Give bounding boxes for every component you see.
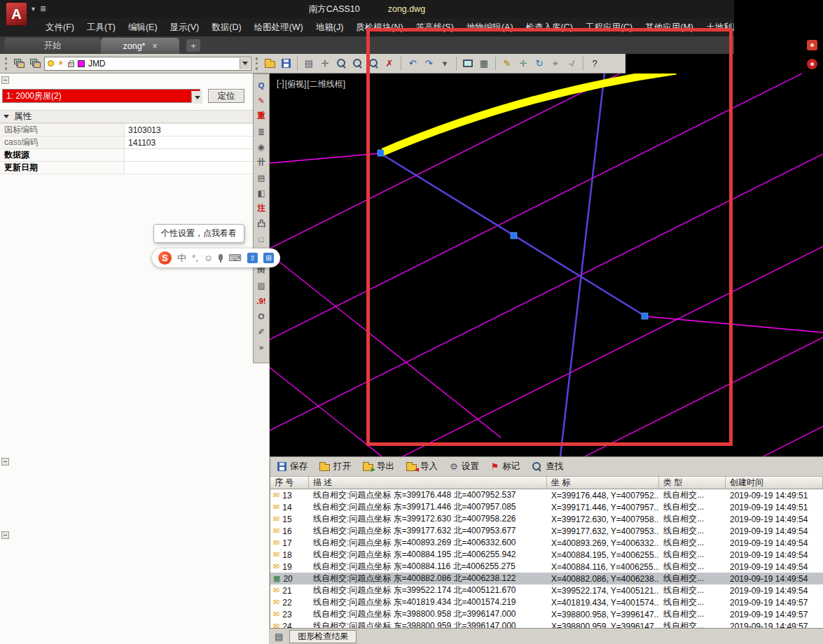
new-tab-button[interactable]: + [186,39,200,52]
side-tool-icon[interactable]: ✐ [254,324,268,339]
side-tool-icon[interactable]: ≣ [254,124,268,139]
keyboard-icon[interactable]: ⌨ [228,253,242,262]
column-header[interactable]: 坐 标 [547,477,659,489]
side-tool-icon[interactable]: ◉ [254,139,268,154]
rotate-icon[interactable]: ↻ [532,57,546,71]
menu-item[interactable]: 显示(V) [164,19,206,36]
chinese-mode-icon[interactable]: 中 [177,253,186,262]
attribute-value[interactable]: 141103 [125,136,253,148]
side-tool-icon[interactable]: 重 [254,108,268,123]
attribute-value[interactable] [125,149,253,161]
menu-item[interactable]: 地物编辑(A) [460,19,520,36]
redo-caret-icon[interactable]: ▾ [438,57,452,71]
side-tool-icon[interactable]: 凸 [254,216,268,231]
pencil-icon[interactable]: ✎ [500,57,514,71]
attribute-value[interactable] [125,162,253,174]
result-row[interactable]: ✉14线自相交:问题点坐标 东=399171.446 北=4007957.085… [270,501,823,513]
feature-combobox[interactable]: 1: 2000房屋(2) [2,89,200,103]
menu-item[interactable]: 质检模块(N) [350,19,409,36]
side-tool-icon[interactable]: ◧ [254,186,268,200]
pan-icon[interactable]: ✛ [318,57,332,71]
feature-combo-arrow[interactable] [191,91,202,104]
menu-item[interactable]: 其他应用(M) [639,19,700,36]
menu-item[interactable]: 编辑(E) [122,19,164,36]
result-row[interactable]: ✉21线自相交:问题点坐标 东=399522.174 北=4005121.670… [270,584,823,596]
panel-collapse-button[interactable] [1,76,9,84]
results-status-tab[interactable]: 图形检查结果 [289,630,357,643]
tab-close-icon[interactable]: × [152,41,157,51]
side-tool-icon[interactable]: ▨ [254,278,268,293]
menu-item[interactable]: 工具(T) [81,19,122,36]
result-row[interactable]: ▦20线自相交:问题点坐标 东=400882.086 北=4006238.122… [270,573,823,584]
punctuation-icon[interactable]: °, [192,253,198,262]
open-button[interactable]: 打开 [319,461,351,472]
locate-button[interactable]: 定位 [208,89,244,103]
result-row[interactable]: ✉19线自相交:问题点坐标 东=400884.116 北=4006255.275… [270,561,823,573]
help-icon[interactable]: ? [588,57,602,71]
menu-item[interactable]: 等高线(S) [410,19,460,36]
column-header[interactable]: 类 型 [659,477,726,489]
panel-handle[interactable] [1,458,9,465]
attribute-value[interactable]: 3103013 [125,124,253,136]
emoji-icon[interactable]: ☺ [204,253,213,262]
layer-combo-arrow[interactable] [240,58,250,69]
export-button[interactable]: 导出 [363,461,394,472]
menu-item[interactable]: 检查入库(C) [520,19,579,36]
zoom-window-icon[interactable] [350,57,364,71]
drawing-area[interactable]: [-] [俯视] [二维线框] [270,74,823,456]
tab-zong[interactable]: zong* × [101,38,179,54]
result-row[interactable]: ✉16线自相交:问题点坐标 东=399177.632 北=4007953.677… [270,525,823,537]
side-tool-icon[interactable]: □ [254,232,268,246]
desktop-shortcut-icon[interactable] [807,59,817,69]
side-tool-icon[interactable]: ✎ [254,93,268,108]
result-row[interactable]: ✉18线自相交:问题点坐标 东=400884.195 北=4006255.942… [270,549,823,561]
microphone-icon[interactable] [219,254,223,260]
result-row[interactable]: ✉13线自相交:问题点坐标 东=399176.448 北=4007952.537… [270,489,823,501]
side-tool-icon[interactable]: 卄 [254,155,268,169]
viewport-controls[interactable]: [-] [277,78,284,90]
result-row[interactable]: ✉17线自相交:问题点坐标 东=400893.269 北=4006332.600… [270,537,823,549]
layer-manager-icon[interactable] [12,57,26,71]
side-tool-icon[interactable]: 注 [254,201,268,216]
mark-button[interactable]: ⚑ 标记 [491,461,520,472]
side-tool-icon[interactable]: » [254,340,268,354]
settings-button[interactable]: ⚙ 设置 [450,461,479,472]
menu-item[interactable]: 文件(F) [39,19,81,36]
app-logo[interactable]: A [6,2,27,26]
toolbar-grip[interactable] [5,57,8,70]
zoom-extents-icon[interactable] [366,57,380,71]
menu-item[interactable]: 绘图处理(W) [248,19,310,36]
side-tool-icon[interactable]: ▤ [254,170,268,185]
result-row[interactable]: ✉23线自相交:问题点坐标 东=398800.958 北=3996147.000… [270,608,823,620]
desktop-shortcut-icon[interactable] [807,40,817,50]
attributes-section-header[interactable]: 属性 [0,110,253,123]
move-icon[interactable]: ✛ [516,57,530,71]
import-button[interactable]: 导入 [406,461,438,472]
ime-skin-icon[interactable]: ⇧ [247,253,258,263]
tab-start[interactable]: 开始 [4,38,101,54]
undo-icon[interactable]: ↶ [406,57,420,71]
column-header[interactable]: 描 述 [309,477,547,489]
save-button[interactable]: 保存 [277,461,307,472]
column-header[interactable]: 序 号 [270,477,309,489]
viewport-view-name[interactable]: [俯视] [285,78,307,90]
plot-icon[interactable]: ▤ [302,57,316,71]
sheet-icon[interactable]: ▦ [477,57,491,71]
open-icon[interactable] [263,57,277,71]
list-icon[interactable]: ▤ [275,631,283,642]
menu-item[interactable]: 工程应用(C) [579,19,639,36]
slash-icon[interactable]: -/ [565,57,579,71]
side-tool-icon[interactable]: O [254,309,268,323]
zoom-realtime-icon[interactable] [334,57,348,71]
quick-access-icon[interactable]: ≣ [40,4,46,13]
menu-item[interactable]: 地籍(J) [310,19,350,36]
app-menu-caret-icon[interactable]: ▼ [30,6,36,13]
menu-item[interactable]: 数据(D) [205,19,247,36]
save-icon[interactable] [279,57,293,71]
column-header[interactable]: 创建时间 [726,477,823,489]
side-tool-icon[interactable]: Q [254,78,268,92]
result-row[interactable]: ✉22线自相交:问题点坐标 东=401819.434 北=4001574.219… [270,596,823,608]
measure-icon[interactable]: ⌖ [548,57,562,71]
side-tool-icon[interactable]: .9! [254,293,268,308]
redo-icon[interactable]: ↷ [422,57,436,71]
